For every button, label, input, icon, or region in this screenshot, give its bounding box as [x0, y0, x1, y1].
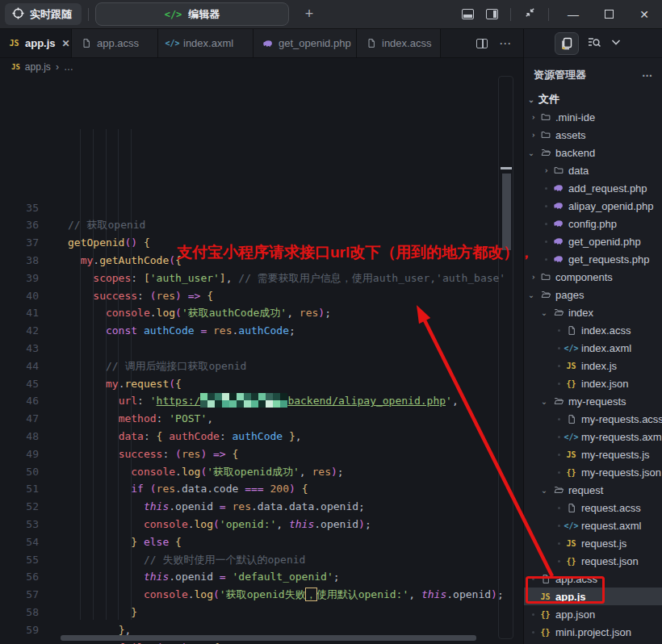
files-section-label: 文件 — [538, 92, 559, 107]
sidebar-toolbar — [524, 29, 662, 58]
chevron-down-icon[interactable]: ⌄ — [540, 397, 548, 406]
explorer-sidebar: 资源管理器 ⋯ ⌄ 文件 ⌄.mini-ide⌄assets⌄backend⌄d… — [523, 29, 662, 644]
tree-item-request.acss[interactable]: request.acss — [524, 499, 662, 516]
tree-item-config.php[interactable]: config.php — [524, 215, 662, 232]
code-line-53: 53 console.log('openid:', this.openid); — [0, 516, 523, 533]
tree-item-get_requests.php[interactable]: get_requests.php — [524, 250, 662, 268]
tab-index.acss[interactable]: index.acss — [357, 29, 441, 57]
tree-item-.mini-ide[interactable]: ⌄.mini-ide — [524, 108, 662, 126]
js-icon: JS — [11, 63, 20, 71]
explorer-more-button[interactable]: ⋯ — [642, 69, 652, 82]
tree-item-label: data — [568, 165, 589, 177]
close-tab-icon[interactable]: ✕ — [62, 38, 70, 49]
new-view-button[interactable]: + — [300, 6, 318, 23]
editor-mode-label: 编辑器 — [188, 7, 220, 22]
chevron-right-icon[interactable]: ⌄ — [527, 131, 536, 139]
toggle-panel-bottom-button[interactable] — [455, 0, 480, 28]
editor-mode-tab[interactable]: </> 编辑器 — [95, 2, 289, 26]
tree-item-index.js[interactable]: JSindex.js — [524, 357, 662, 374]
folder-icon — [539, 272, 551, 282]
realtime-follow-button[interactable]: 实时跟随 — [5, 3, 82, 25]
tree-item-components[interactable]: ⌄components — [524, 268, 662, 286]
modified-dot — [545, 205, 547, 207]
code-editor[interactable]: 3536// 获取openid37getOpenid() {38 my.getA… — [0, 76, 523, 644]
tab-index.axml[interactable]: </>index.axml — [158, 29, 253, 57]
maximize-button[interactable] — [591, 0, 626, 28]
chevron-right-icon[interactable]: ⌄ — [527, 113, 536, 121]
tree-item-assets[interactable]: ⌄assets — [524, 126, 662, 144]
tree-item-label: my-requests.axml — [581, 431, 662, 443]
files-view-button[interactable] — [555, 32, 579, 55]
tree-item-app.js[interactable]: JSapp.js — [524, 588, 662, 605]
files-section-header[interactable]: ⌄ 文件 — [524, 86, 662, 108]
modified-dot — [558, 525, 560, 527]
chevron-down-icon[interactable]: ⌄ — [540, 486, 548, 495]
tree-item-label: my-requests — [568, 395, 626, 408]
tree-item-app.acss[interactable]: app.acss — [524, 570, 662, 588]
tree-item-request.axml[interactable]: </>request.axml — [524, 516, 662, 534]
panel-right-icon — [486, 9, 498, 19]
line-number: 60 — [0, 639, 39, 644]
modified-dot — [532, 631, 534, 634]
chevron-down-icon[interactable]: ⌄ — [540, 308, 548, 317]
tree-item-index[interactable]: ⌄index — [524, 303, 662, 321]
chevron-down-icon[interactable] — [610, 36, 622, 52]
collapse-window-button[interactable] — [517, 0, 542, 28]
tree-item-pages[interactable]: ⌄pages — [524, 286, 662, 303]
tree-item-my-requests.js[interactable]: JSmy-requests.js — [524, 445, 662, 463]
tree-item-add_request.php[interactable]: add_request.php — [524, 179, 662, 197]
tree-item-request.json[interactable]: {}request.json — [524, 552, 662, 570]
tree-item-my-requests.axml[interactable]: </>my-requests.axml — [524, 428, 662, 445]
tree-item-request[interactable]: ⌄request — [524, 481, 662, 499]
chevron-down-icon[interactable]: ⌄ — [527, 148, 535, 157]
code-line-58: 58 } — [0, 604, 523, 621]
tree-item-alipay_openid.php[interactable]: alipay_openid.php — [524, 197, 662, 215]
line-number: 49 — [0, 445, 39, 463]
tree-item-label: index.axml — [581, 342, 631, 354]
tree-item-data[interactable]: ⌄data — [524, 161, 662, 179]
modified-dot — [558, 542, 560, 545]
tree-item-label: request.acss — [581, 502, 641, 514]
tree-item-label: my-requests.json — [581, 466, 661, 479]
chevron-right-icon[interactable]: ⌄ — [527, 273, 536, 281]
code-icon: </> — [565, 433, 577, 441]
breadcrumb-separator: › — [56, 61, 59, 73]
code-line-38: 38 my.getAuthCode({ — [0, 252, 523, 270]
tree-item-index.acss[interactable]: index.acss — [524, 321, 662, 339]
line-number: 58 — [0, 604, 39, 621]
tree-item-backend[interactable]: ⌄backend — [524, 144, 662, 161]
file-icon — [80, 38, 92, 48]
breadcrumb[interactable]: JS app.js › … — [0, 58, 523, 76]
tree-item-mini.project.json[interactable]: {}mini.project.json — [524, 623, 662, 641]
search-list-button[interactable] — [587, 35, 601, 52]
chevron-right-icon[interactable]: ⌄ — [540, 166, 549, 174]
tree-item-request.js[interactable]: JSrequest.js — [524, 534, 662, 552]
chevron-down-icon[interactable]: ⌄ — [527, 291, 535, 299]
line-number: 44 — [0, 358, 39, 375]
tree-item-get_openid.php[interactable]: get_openid.php — [524, 232, 662, 250]
tab-app.js[interactable]: JSapp.js✕ — [0, 29, 72, 57]
tree-item-my-requests.acss[interactable]: my-requests.acss — [524, 410, 662, 428]
tree-item-README.md[interactable]: README.md — [524, 641, 662, 644]
tree-item-index.axml[interactable]: </>index.axml — [524, 339, 662, 357]
tree-item-index.json[interactable]: {}index.json — [524, 374, 662, 392]
tree-item-label: request.js — [581, 537, 626, 550]
split-editor-icon[interactable] — [476, 39, 488, 48]
close-button[interactable]: ✕ — [626, 0, 662, 28]
tree-item-app.json[interactable]: {}app.json — [524, 605, 662, 623]
code-line-41: 41 console.log('获取authCode成功', res); — [0, 304, 523, 322]
tree-item-my-requests[interactable]: ⌄my-requests — [524, 392, 662, 410]
folder-open-icon — [539, 148, 551, 157]
code-line-49: 49 success: (res) => { — [0, 445, 523, 463]
minimize-button[interactable]: — — [555, 0, 591, 28]
toggle-panel-right-button[interactable] — [480, 0, 504, 28]
tab-more-actions-button[interactable]: ⋯ — [499, 36, 512, 51]
tree-item-my-requests.json[interactable]: {}my-requests.json — [524, 463, 662, 481]
tab-get_openid.php[interactable]: get_openid.php — [253, 29, 357, 57]
tree-item-label: app.json — [555, 608, 595, 621]
modified-dot — [558, 365, 560, 367]
modified-dot — [558, 383, 560, 385]
code-line-46: 46 url: 'https:/backend/alipay_openid.ph… — [0, 392, 523, 410]
tab-app.acss[interactable]: app.acss — [72, 29, 158, 57]
php-icon — [552, 183, 564, 193]
